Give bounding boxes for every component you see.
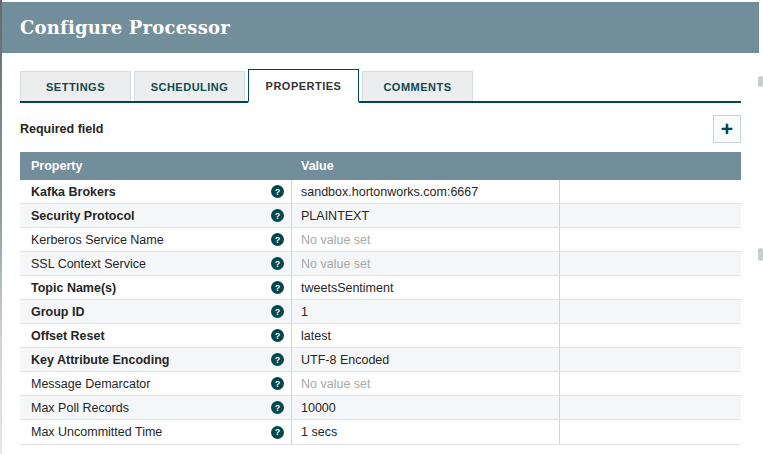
value-cell[interactable]: 1 xyxy=(292,300,560,323)
row-spacer xyxy=(560,324,741,347)
property-name: Max Uncommitted Time xyxy=(31,425,162,439)
table-row: Key Attribute Encoding ? UTF-8 Encoded xyxy=(20,348,741,372)
table-row: Group ID ? 1 xyxy=(20,300,741,324)
value-cell[interactable]: PLAINTEXT xyxy=(292,204,560,227)
row-spacer xyxy=(560,228,741,251)
help-icon[interactable]: ? xyxy=(271,377,284,390)
property-name: Kafka Brokers xyxy=(31,185,116,199)
table-row: Max Poll Records ? 10000 xyxy=(20,396,741,420)
help-icon[interactable]: ? xyxy=(271,257,284,270)
dialog-title: Configure Processor xyxy=(20,17,230,38)
value-cell[interactable]: 10000 xyxy=(292,396,560,419)
scrollbar-track xyxy=(758,53,763,454)
add-property-button[interactable]: + xyxy=(713,115,741,143)
configure-processor-dialog: { "dialog": { "title": "Configure Proces… xyxy=(0,0,763,454)
value-cell[interactable]: tweetsSentiment xyxy=(292,276,560,299)
properties-toolbar: Required field + xyxy=(20,114,741,144)
property-name: SSL Context Service xyxy=(31,257,146,271)
properties-table: Property Value Kafka Brokers ? sandbox.h… xyxy=(20,152,741,445)
property-cell: Max Uncommitted Time ? xyxy=(20,420,292,444)
dialog-content: SETTINGS SCHEDULING PROPERTIES COMMENTS … xyxy=(20,69,741,445)
property-cell: Security Protocol ? xyxy=(20,204,292,227)
property-cell: Group ID ? xyxy=(20,300,292,323)
scrollbar-thumb[interactable] xyxy=(758,248,763,261)
table-row: Kerberos Service Name ? No value set xyxy=(20,228,741,252)
row-spacer xyxy=(560,204,741,227)
tab-bar: SETTINGS SCHEDULING PROPERTIES COMMENTS xyxy=(20,69,741,103)
property-cell: Message Demarcator ? xyxy=(20,372,292,395)
property-name: Max Poll Records xyxy=(31,401,129,415)
column-header-value: Value xyxy=(292,159,560,173)
table-row: Max Uncommitted Time ? 1 secs xyxy=(20,420,741,444)
property-cell: SSL Context Service ? xyxy=(20,252,292,275)
value-cell[interactable]: UTF-8 Encoded xyxy=(292,348,560,371)
property-cell: Kafka Brokers ? xyxy=(20,180,292,203)
property-name: Message Demarcator xyxy=(31,377,151,391)
value-cell[interactable]: No value set xyxy=(292,252,560,275)
help-icon[interactable]: ? xyxy=(271,329,284,342)
property-cell: Offset Reset ? xyxy=(20,324,292,347)
property-name: Offset Reset xyxy=(31,329,105,343)
row-spacer xyxy=(560,276,741,299)
table-row: SSL Context Service ? No value set xyxy=(20,252,741,276)
property-cell: Key Attribute Encoding ? xyxy=(20,348,292,371)
value-cell[interactable]: sandbox.hortonworks.com:6667 xyxy=(292,180,560,203)
value-cell[interactable]: 1 secs xyxy=(292,420,560,444)
row-spacer xyxy=(560,348,741,371)
help-icon[interactable]: ? xyxy=(271,426,284,439)
help-icon[interactable]: ? xyxy=(271,281,284,294)
help-icon[interactable]: ? xyxy=(271,401,284,414)
tab-settings[interactable]: SETTINGS xyxy=(20,71,131,101)
required-field-label: Required field xyxy=(20,122,103,136)
property-cell: Kerberos Service Name ? xyxy=(20,228,292,251)
property-name: Security Protocol xyxy=(31,209,135,223)
help-icon[interactable]: ? xyxy=(271,353,284,366)
row-spacer xyxy=(560,396,741,419)
row-spacer xyxy=(560,300,741,323)
row-spacer xyxy=(560,252,741,275)
row-spacer xyxy=(560,372,741,395)
table-row: Offset Reset ? latest xyxy=(20,324,741,348)
help-icon[interactable]: ? xyxy=(271,233,284,246)
value-cell[interactable]: latest xyxy=(292,324,560,347)
tab-scheduling[interactable]: SCHEDULING xyxy=(134,71,245,101)
property-cell: Topic Name(s) ? xyxy=(20,276,292,299)
property-cell: Max Poll Records ? xyxy=(20,396,292,419)
scrollbar-thumb[interactable] xyxy=(758,76,763,87)
table-header-row: Property Value xyxy=(20,152,741,180)
table-row: Kafka Brokers ? sandbox.hortonworks.com:… xyxy=(20,180,741,204)
help-icon[interactable]: ? xyxy=(271,185,284,198)
table-row: Message Demarcator ? No value set xyxy=(20,372,741,396)
column-header-property: Property xyxy=(20,159,292,173)
property-name: Group ID xyxy=(31,305,84,319)
help-icon[interactable]: ? xyxy=(271,209,284,222)
tab-comments[interactable]: COMMENTS xyxy=(362,71,473,101)
dialog-titlebar: Configure Processor xyxy=(2,2,759,53)
table-row: Security Protocol ? PLAINTEXT xyxy=(20,204,741,228)
dialog-left-edge xyxy=(0,0,2,454)
property-name: Key Attribute Encoding xyxy=(31,353,169,367)
tab-properties[interactable]: PROPERTIES xyxy=(248,69,359,103)
value-cell[interactable]: No value set xyxy=(292,228,560,251)
table-row: Topic Name(s) ? tweetsSentiment xyxy=(20,276,741,300)
row-spacer xyxy=(560,180,741,203)
help-icon[interactable]: ? xyxy=(271,305,284,318)
value-cell[interactable]: No value set xyxy=(292,372,560,395)
property-name: Kerberos Service Name xyxy=(31,233,164,247)
row-spacer xyxy=(560,420,741,444)
table-body: Kafka Brokers ? sandbox.hortonworks.com:… xyxy=(20,180,741,444)
property-name: Topic Name(s) xyxy=(31,281,116,295)
